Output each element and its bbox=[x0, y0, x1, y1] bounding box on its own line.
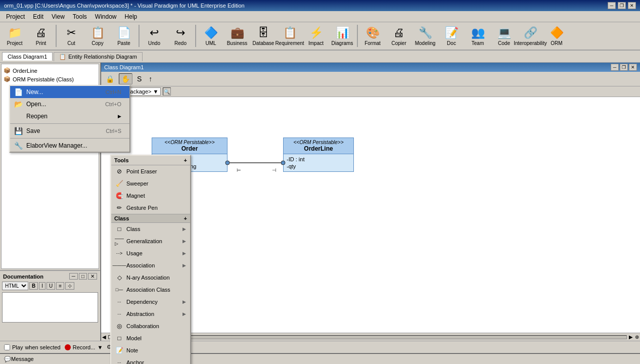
tools-item-dependency[interactable]: ··· Dependency ▶ bbox=[111, 296, 190, 308]
tools-item-note[interactable]: 📝 Note bbox=[111, 344, 190, 356]
database-icon: 🗄 bbox=[258, 26, 269, 39]
doc-close-btn[interactable]: ✕ bbox=[88, 273, 97, 280]
tools-item-usage[interactable]: ···> Usage ▶ bbox=[111, 247, 190, 259]
file-menu-save[interactable]: 💾 Save Ctrl+S bbox=[10, 125, 129, 137]
scroll-left-btn[interactable]: ◀ bbox=[102, 334, 106, 340]
tools-item-sweeper[interactable]: 🧹 Sweeper bbox=[111, 177, 190, 190]
doc-underline-btn[interactable]: U bbox=[47, 282, 55, 290]
toolbar-requirement[interactable]: 📋 Requirement bbox=[277, 23, 302, 49]
toolbar-interoperability[interactable]: 🔗 Interoperability bbox=[518, 23, 543, 49]
message-bar[interactable]: 💬 Message bbox=[0, 353, 640, 364]
toolbar-cut[interactable]: ✂ Cut bbox=[59, 23, 84, 49]
impact-icon: ⚡ bbox=[309, 26, 323, 39]
class-section-add-icon[interactable]: + bbox=[184, 215, 187, 221]
menu-window[interactable]: Window bbox=[91, 12, 121, 21]
tools-item-point-eraser-label: Point Eraser bbox=[126, 168, 157, 174]
tab-entity-relationship[interactable]: 📋 Entity Relationship Diagram bbox=[54, 52, 143, 61]
toolbar-redo[interactable]: ↪ Redo bbox=[168, 23, 193, 49]
toolbar-doc-label: Doc bbox=[447, 40, 456, 46]
tools-item-sweeper-label: Sweeper bbox=[126, 180, 148, 187]
toolbar-team[interactable]: 👥 Team bbox=[465, 23, 490, 49]
tools-item-gesture-pen[interactable]: ✏ Gesture Pen bbox=[111, 202, 190, 214]
toolbar-impact[interactable]: ⚡ Impact bbox=[303, 23, 329, 49]
toolbar-database[interactable]: 🗄 Database bbox=[251, 23, 276, 49]
dependency-icon: ··· bbox=[115, 298, 123, 306]
tools-panel-add-icon[interactable]: + bbox=[184, 157, 187, 163]
toolbar-format[interactable]: 🎨 Format bbox=[360, 23, 385, 49]
toolbar-copier[interactable]: 🖨 Copier bbox=[386, 23, 412, 49]
minimize-button[interactable]: ─ bbox=[608, 2, 616, 9]
tools-item-magnet[interactable]: 🧲 Magnet bbox=[111, 190, 190, 202]
file-menu-reopen[interactable]: Reopen ▶ bbox=[10, 110, 129, 122]
toolbar-modeling[interactable]: 🔧 Modeling bbox=[413, 23, 438, 49]
tools-item-anchor[interactable]: ··· Anchor bbox=[111, 356, 190, 364]
tools-item-generalization[interactable]: ——▷ Generalization ▶ bbox=[111, 235, 190, 247]
orderline-icon: 📦 bbox=[4, 67, 11, 74]
tools-item-model[interactable]: □ Model bbox=[111, 332, 190, 344]
record-item: Record... ▼ bbox=[65, 344, 103, 350]
doc-maximize-btn[interactable]: □ bbox=[79, 273, 87, 280]
toolbar-code[interactable]: 💻 Code bbox=[491, 23, 517, 49]
file-menu-elaborview[interactable]: 🔧 ElaborView Manager... bbox=[10, 140, 129, 152]
tools-item-abstraction[interactable]: ··· Abstraction ▶ bbox=[111, 308, 190, 320]
toolbar-copy[interactable]: 📋 Copy bbox=[85, 23, 110, 49]
toolbar-paste[interactable]: 📄 Paste bbox=[111, 23, 136, 49]
select-tool-btn[interactable]: S bbox=[134, 73, 144, 84]
toolbar-business[interactable]: 💼 Business bbox=[224, 23, 250, 49]
menu-help[interactable]: Help bbox=[121, 12, 142, 21]
toolbar-uml-label: UML bbox=[205, 40, 216, 46]
class-section-header[interactable]: Class + bbox=[111, 214, 190, 223]
diagram-minimize-btn[interactable]: ─ bbox=[611, 64, 619, 71]
anchor-icon: ··· bbox=[115, 358, 123, 364]
diagram-restore-btn[interactable]: ❐ bbox=[620, 64, 628, 71]
uml-class-orderline[interactable]: <<ORM Persistable>> OrderLine -ID : int … bbox=[283, 138, 354, 172]
order-class-header: <<ORM Persistable>> Order bbox=[152, 138, 227, 154]
restore-button[interactable]: ❐ bbox=[618, 2, 626, 9]
toolbar-diagrams[interactable]: 📊 Diagrams bbox=[330, 23, 355, 49]
tools-item-n-ary-association[interactable]: ◇ N-ary Association bbox=[111, 271, 190, 284]
menu-tools[interactable]: Tools bbox=[69, 12, 91, 21]
tools-item-collaboration[interactable]: ◎ Collaboration bbox=[111, 320, 190, 332]
toolbar-undo[interactable]: ↩ Undo bbox=[142, 23, 167, 49]
hand-tool-btn[interactable]: ✋ bbox=[119, 73, 132, 84]
file-menu-open[interactable]: 📂 Open... Ctrl+O bbox=[10, 98, 129, 110]
tools-item-abstraction-label: Abstraction bbox=[126, 311, 154, 317]
tools-item-association[interactable]: ——— Association ▶ bbox=[111, 259, 190, 271]
doc-align-btn[interactable]: ≡ bbox=[56, 282, 64, 290]
menu-view[interactable]: View bbox=[48, 12, 69, 21]
tools-item-usage-label: Usage bbox=[126, 250, 143, 256]
doc-bold-btn[interactable]: B bbox=[29, 282, 38, 290]
scroll-right-btn[interactable]: ▶ bbox=[629, 334, 633, 340]
lock-tool-btn[interactable]: 🔒 bbox=[103, 73, 117, 84]
close-button[interactable]: ✕ bbox=[628, 2, 636, 9]
toolbar-orm[interactable]: 🔶 ORM bbox=[544, 23, 569, 49]
record-dropdown[interactable]: ▼ bbox=[97, 344, 103, 350]
tools-item-point-eraser[interactable]: ⊘ Point Eraser bbox=[111, 165, 190, 177]
doc-minimize-btn[interactable]: ─ bbox=[69, 273, 78, 280]
doc-format-select[interactable]: HTML bbox=[2, 282, 28, 290]
toolbar-doc[interactable]: 📝 Doc bbox=[439, 23, 464, 49]
package-search-btn[interactable]: 🔍 bbox=[163, 87, 171, 96]
tools-item-association-class[interactable]: □— Association Class bbox=[111, 284, 190, 296]
doc-list-btn[interactable]: ⊹ bbox=[65, 282, 74, 290]
tab-class-diagram1[interactable]: Class Diagram1 bbox=[2, 52, 53, 61]
play-checkbox[interactable] bbox=[4, 344, 10, 350]
diagram-close-btn[interactable]: ✕ bbox=[629, 64, 637, 71]
tree-item-orderline[interactable]: 📦 OrderLine bbox=[4, 66, 97, 75]
toolbar-print[interactable]: 🖨 Print bbox=[28, 23, 54, 49]
scroll-expand-btn[interactable]: ⊕ bbox=[635, 334, 639, 340]
file-menu-new[interactable]: 📄 New... Ctrl+N bbox=[10, 86, 129, 98]
doc-content-area[interactable] bbox=[2, 292, 98, 323]
diagram-toolbar: 🔒 ✋ S ↑ bbox=[101, 72, 640, 86]
tools-item-class[interactable]: □ Class ▶ bbox=[111, 223, 190, 235]
toolbar-uml[interactable]: 🔷 UML bbox=[198, 23, 223, 49]
tree-item-orm-persistable[interactable]: 📦 ORM Persistable (Class) bbox=[4, 75, 97, 83]
toolbar-cut-label: Cut bbox=[67, 40, 75, 46]
toolbar-project[interactable]: 📁 Project bbox=[2, 23, 27, 49]
collaboration-icon: ◎ bbox=[115, 322, 123, 330]
menu-project[interactable]: Project bbox=[2, 12, 29, 21]
order-stereotype: <<ORM Persistable>> bbox=[155, 140, 224, 145]
arrow-tool-btn[interactable]: ↑ bbox=[146, 73, 155, 84]
menu-edit[interactable]: Edit bbox=[29, 12, 48, 21]
doc-italic-btn[interactable]: I bbox=[39, 282, 45, 290]
